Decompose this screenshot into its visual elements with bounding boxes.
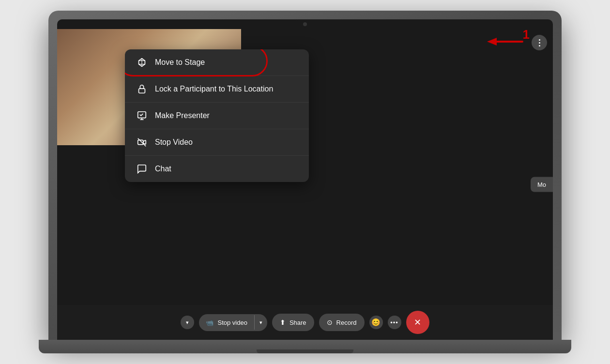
dot-2 xyxy=(539,42,540,44)
more-button-label: Mo xyxy=(537,181,546,188)
video-icon: 📹 xyxy=(206,319,214,326)
video-stop-icon xyxy=(137,137,147,148)
menu-label-move-to-stage: Move to Stage xyxy=(155,58,205,67)
end-call-button[interactable]: ✕ xyxy=(406,311,429,334)
lock-icon xyxy=(137,84,147,94)
laptop-camera xyxy=(303,22,307,26)
record-button[interactable]: ⊙ Record xyxy=(319,314,365,331)
share-icon: ⬆ xyxy=(280,318,286,326)
menu-item-lock-participant[interactable]: Lock a Participant to This Location xyxy=(125,76,309,103)
video-area: 1 xyxy=(57,29,553,340)
presenter-icon xyxy=(137,110,147,121)
stop-video-button[interactable]: 📹 Stop video xyxy=(199,314,254,331)
three-dot-menu-button[interactable] xyxy=(532,35,547,50)
screen-bezel: 1 xyxy=(57,19,553,340)
context-menu: Move to Stage 2 xyxy=(125,49,309,182)
dot-1 xyxy=(539,39,540,41)
menu-item-chat[interactable]: Chat xyxy=(125,156,309,182)
end-call-icon: ✕ xyxy=(414,317,421,328)
reactions-button[interactable]: 😊 xyxy=(369,316,383,329)
dot-3 xyxy=(539,45,540,46)
menu-item-stop-video[interactable]: Stop Video xyxy=(125,129,309,156)
menu-item-move-to-stage[interactable]: Move to Stage 2 xyxy=(125,49,309,76)
menu-label-lock: Lock a Participant to This Location xyxy=(155,85,273,93)
menu-label-presenter: Make Presenter xyxy=(155,111,210,120)
menu-label-stop-video: Stop Video xyxy=(155,138,193,147)
stop-video-chevron[interactable]: ▾ xyxy=(255,315,267,331)
laptop-base xyxy=(39,340,571,353)
svg-line-11 xyxy=(138,138,146,147)
stop-video-label: Stop video xyxy=(217,319,247,326)
record-icon: ⊙ xyxy=(327,318,333,326)
bottom-toolbar: ▾ 📹 Stop video ▾ xyxy=(57,305,553,340)
stage-icon xyxy=(137,57,147,68)
svg-rect-8 xyxy=(139,89,145,93)
annotation-arrow-1: 1 xyxy=(486,32,530,53)
step-1-label: 1 xyxy=(523,29,530,42)
share-label: Share xyxy=(290,319,306,326)
svg-marker-1 xyxy=(487,38,497,46)
screen-content: 1 xyxy=(57,29,553,340)
reactions-icon: 😊 xyxy=(371,318,381,327)
record-label: Record xyxy=(336,319,357,326)
more-options-button[interactable]: ••• xyxy=(388,316,401,329)
dots-container xyxy=(539,39,540,46)
menu-label-chat: Chat xyxy=(155,165,171,173)
chevron-down-icon: ▾ xyxy=(186,319,189,326)
share-button[interactable]: ⬆ Share xyxy=(272,314,314,331)
stop-video-group: 📹 Stop video ▾ xyxy=(199,314,267,331)
more-button-top-right[interactable]: Mo xyxy=(531,177,553,192)
chevron-down-button[interactable]: ▾ xyxy=(181,316,194,329)
laptop-body: 1 xyxy=(48,11,562,340)
menu-item-make-presenter[interactable]: Make Presenter xyxy=(125,103,309,129)
more-options-icon: ••• xyxy=(390,319,398,326)
chat-icon xyxy=(137,164,147,174)
